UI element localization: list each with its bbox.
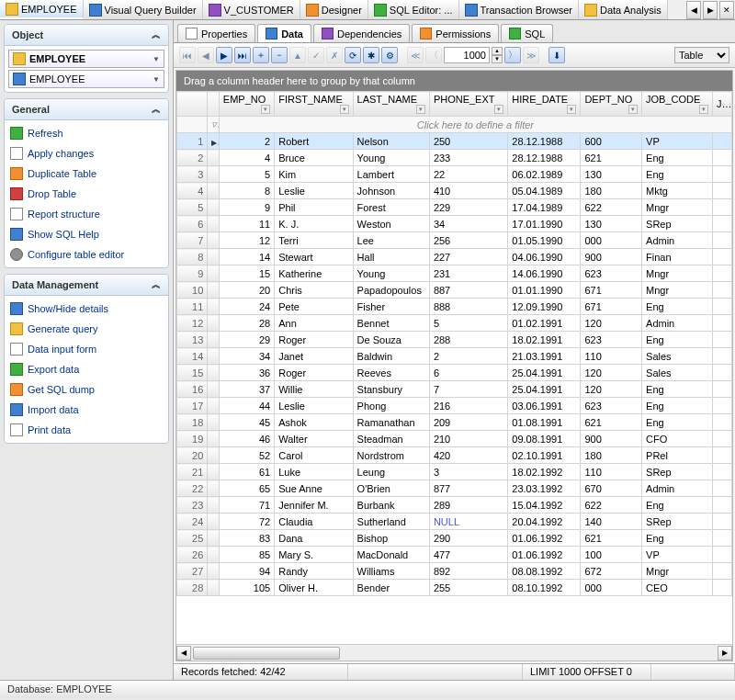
object-table-select[interactable]: EMPLOYEE▼ [8,70,164,88]
tab-scroll-right[interactable]: ▶ [703,1,718,19]
cell[interactable]: 622 [581,199,642,216]
cell[interactable]: 420 [429,447,507,464]
col-filter-icon[interactable]: ▾ [699,105,708,114]
action-genquery[interactable]: Generate query [8,320,164,338]
cell[interactable] [713,414,732,431]
cell[interactable]: Admin [642,480,713,497]
cell[interactable]: Terri [275,232,353,249]
cell[interactable]: Sales [642,365,713,381]
action-configure[interactable]: Configure table editor [8,245,164,264]
cell[interactable]: 2 [429,348,507,365]
hscroll-right[interactable]: ▶ [718,646,732,660]
cell[interactable]: 209 [429,414,507,431]
action-report[interactable]: Report structure [8,205,164,223]
cell[interactable]: Eng [642,166,713,183]
cell[interactable]: 130 [581,166,642,183]
action-sqlhelp[interactable]: Show SQL Help [8,225,164,243]
cell[interactable]: 94 [219,563,274,580]
cell[interactable] [208,547,219,563]
cell[interactable]: 229 [429,199,507,216]
table-row[interactable]: 2583DanaBishop29001.06.1992621Eng [177,530,732,547]
cell[interactable]: 17.01.1990 [508,216,581,232]
table-row[interactable]: 2371Jennifer M.Burbank28915.04.1992622En… [177,497,732,514]
table-row[interactable]: 2685Mary S.MacDonald47701.06.1992100VP [177,547,732,563]
cell[interactable]: 4 [177,183,208,199]
table-row[interactable]: 28105Oliver H.Bender25508.10.1992000CEO [177,580,732,596]
cell[interactable] [713,464,732,480]
cell[interactable] [713,580,732,596]
cell[interactable]: Bender [353,580,429,596]
cell[interactable] [208,232,219,249]
cell[interactable]: 52 [219,447,274,464]
cell[interactable]: Johnson [353,183,429,199]
cell[interactable]: VP [642,547,713,563]
tab-data[interactable]: Data [257,24,311,42]
col-last-name[interactable]: LAST_NAME▾ [353,92,429,117]
cell[interactable]: 18.02.1991 [508,332,581,348]
top-tab-dataanalysis[interactable]: Data Analysis [579,0,668,19]
cell[interactable]: 05.04.1989 [508,183,581,199]
table-row[interactable]: 1434JanetBaldwin221.03.1991110Sales [177,348,732,365]
top-tab-vcustomer[interactable]: V_CUSTOMER [203,0,300,19]
page-first[interactable]: ≪ [407,47,424,63]
limit-up[interactable]: ▲ [492,47,503,55]
cell[interactable]: 180 [581,183,642,199]
cell[interactable]: 289 [429,497,507,514]
cell[interactable]: 12.09.1990 [508,299,581,315]
cell[interactable]: 46 [219,431,274,447]
cell[interactable]: Phil [275,199,353,216]
cell[interactable]: 61 [219,464,274,480]
cell[interactable]: Eng [642,398,713,414]
cell[interactable]: Fisher [353,299,429,315]
action-print[interactable]: Print data [8,421,164,439]
cell[interactable]: Phong [353,398,429,414]
row-edit[interactable]: ▲ [289,47,306,63]
cell[interactable] [713,265,732,282]
cell[interactable]: Oliver H. [275,580,353,596]
cell[interactable]: 21 [177,464,208,480]
nav-first[interactable]: ⏮ [179,47,196,63]
cell[interactable]: 256 [429,232,507,249]
cell[interactable]: O'Brien [353,480,429,497]
nav-last[interactable]: ⏭ [234,47,251,63]
row-post[interactable]: ✓ [308,47,324,63]
row-cancel[interactable]: ✗ [326,47,343,63]
cell[interactable]: Mngr [642,282,713,299]
cell[interactable]: VP [642,133,713,150]
col-job-code[interactable]: JOB_CODE▾ [642,92,713,117]
cell[interactable]: CFO [642,431,713,447]
cell[interactable]: 623 [581,265,642,282]
cell[interactable]: 34 [429,216,507,232]
cell[interactable]: Weston [353,216,429,232]
table-row[interactable]: 24BruceYoung23328.12.1988621Eng [177,150,732,166]
table-row[interactable]: 1124PeteFisher88812.09.1990671Eng [177,299,732,315]
cell[interactable] [208,497,219,514]
cell[interactable] [713,348,732,365]
cell[interactable]: Roger [275,365,353,381]
cell[interactable]: 120 [581,381,642,398]
cell[interactable]: CEO [642,580,713,596]
cell[interactable]: 02.10.1991 [508,447,581,464]
cell[interactable]: 01.08.1991 [508,414,581,431]
cell[interactable]: Bishop [353,530,429,547]
cell[interactable]: 27 [177,563,208,580]
cell[interactable]: 888 [429,299,507,315]
page-last[interactable]: ≫ [523,47,539,63]
cell[interactable]: 2 [219,133,274,150]
cell[interactable]: 3 [177,166,208,183]
cell[interactable] [208,216,219,232]
cell[interactable]: Roger [275,332,353,348]
cell[interactable] [208,166,219,183]
page-next[interactable]: 〉 [504,47,521,63]
table-row[interactable]: 1329RogerDe Souza28818.02.1991623Eng [177,332,732,348]
cell[interactable]: Robert [275,133,353,150]
cell[interactable] [713,216,732,232]
cell[interactable]: 210 [429,431,507,447]
cell[interactable]: Ramanathan [353,414,429,431]
cell[interactable] [208,199,219,216]
cell[interactable] [208,480,219,497]
cell[interactable]: 900 [581,431,642,447]
cell[interactable]: 1 [177,133,208,150]
cell[interactable]: 21.03.1991 [508,348,581,365]
cell[interactable]: 85 [219,547,274,563]
